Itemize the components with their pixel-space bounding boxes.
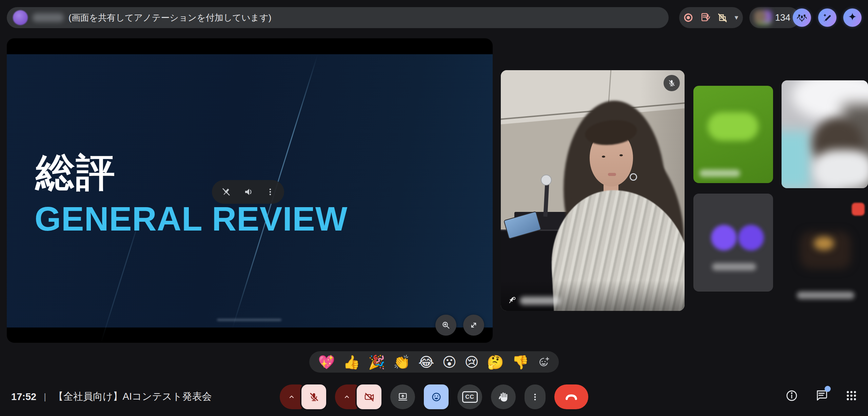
gemini-button[interactable] [843,8,862,27]
unpin-icon[interactable] [221,186,232,197]
activities-button[interactable] [844,389,859,403]
reaction-cry[interactable]: 😢 [465,355,479,369]
pen-sparkle-icon [822,12,833,23]
speaker-name-row [507,296,560,305]
reactions-button[interactable] [424,384,449,409]
mic-control-group [280,384,326,409]
tile-hover-controls [212,180,284,204]
blur-blob [782,131,810,188]
participant-name-blurred [699,170,740,177]
present-screen-icon [397,391,409,403]
participant-tile-red[interactable] [782,199,868,304]
blur-blob-mask [814,150,868,188]
mic-options-button[interactable] [280,384,303,409]
reaction-thumbs-up[interactable]: 👍 [343,355,360,369]
meet-app: { "colors": { "page_bg": "#131316", "pil… [0,0,868,416]
mic-off-icon [308,391,320,403]
camera-toggle-button[interactable] [357,384,381,409]
bottom-right-panel-buttons [785,389,859,403]
status-pill-expand-chevron-icon[interactable]: ▼ [733,15,739,21]
reaction-surprised[interactable]: 😮 [442,355,457,369]
share-banner-text: (画面を共有してアノテーションを付加しています) [68,12,271,24]
shared-screen-tile[interactable]: 総評 GENERAL REVIEW [7,38,493,343]
present-button[interactable] [390,384,415,409]
reaction-sparkling-heart[interactable]: 💖 [318,355,335,369]
magnifier-plus-icon [440,320,451,331]
reactions-bar: 💖 👍 🎉 👏 😂 😮 😢 🤔 👎 [309,351,559,373]
video-mic-head [541,175,552,185]
reaction-party[interactable]: 🎉 [368,355,385,369]
participants-count: 134 [775,13,790,23]
slide-title-japanese: 総評 [36,146,116,199]
speaker-name-blurred [520,297,560,305]
slide-footer-smudge [217,319,281,321]
expand-arrows-icon [468,320,479,331]
pinned-icon [507,296,516,305]
reaction-thinking[interactable]: 🤔 [487,355,504,369]
tile-bottom-gradient [501,280,685,311]
speaker-notes-button[interactable] [793,8,811,27]
reaction-clap[interactable]: 👏 [393,355,410,369]
participant-name-blurred [712,263,756,271]
presenter-name-blurred [33,13,64,22]
participant-tile-purple[interactable] [693,194,773,292]
participant-logo-blurred [708,112,758,141]
blur-blob [814,237,834,250]
mic-toggle-button[interactable] [301,384,326,409]
smiley-icon [430,391,442,403]
participant-name-blurred [797,292,854,299]
participants-pill[interactable]: 134 [749,7,800,28]
sparkle-icon [846,12,859,24]
captions-button[interactable]: CC [457,384,482,409]
clock-time: 17:52 [11,391,36,402]
people-voice-icon [796,12,808,23]
raise-hand-button[interactable] [491,384,516,409]
camera-off-icon [363,391,375,403]
chat-button[interactable] [814,389,829,403]
participant-status-badge [852,203,865,216]
person-eye-left [602,156,605,158]
camera-control-group [335,384,381,409]
reaction-thumbs-down[interactable]: 👎 [512,355,529,369]
participant-avatars-blurred [754,10,772,25]
slide-title-english: GENERAL REVIEW [35,199,348,238]
end-call-icon [564,390,579,404]
person-earring [630,173,637,181]
emoji-picker-icon[interactable] [537,356,550,369]
info-button[interactable] [785,389,799,403]
call-controls: CC [280,384,588,409]
participant-avatar-blurred [738,225,764,251]
mic-off-icon [667,79,676,87]
reaction-joy[interactable]: 😂 [418,355,434,369]
divider: | [44,392,46,402]
meeting-info: 17:52 | 【全社員向け】AIコンテスト発表会 [11,390,212,403]
person-eye-right [619,154,623,156]
tile-more-options-icon[interactable] [265,187,275,197]
participant-tile-person[interactable] [782,80,868,188]
recording-indicator-icon [683,12,694,23]
meeting-title: 【全社員向け】AIコンテスト発表会 [54,390,212,403]
more-options-icon [530,392,540,402]
more-options-button[interactable] [525,384,546,409]
chevron-up-icon [343,393,351,401]
volume-icon[interactable] [243,186,254,197]
expand-button[interactable] [463,315,484,336]
end-call-button[interactable] [554,384,588,409]
participant-tile-green[interactable] [693,86,773,183]
person-lips [608,173,616,176]
speaker-muted-badge [664,75,680,91]
transcript-indicator-icon [699,12,711,23]
speaker-video-tile[interactable] [501,70,685,311]
annotation-button[interactable] [818,8,836,27]
screen-share-banner: (画面を共有してアノテーションを付加しています) [7,7,669,28]
meeting-status-pill[interactable]: ▼ [679,7,743,28]
camera-options-button[interactable] [335,384,359,409]
chevron-up-icon [288,393,296,401]
raise-hand-icon [497,391,510,403]
companion-mode-off-icon [716,12,728,23]
zoom-in-button[interactable] [435,315,456,336]
chat-notification-dot [825,386,831,392]
captions-icon: CC [462,391,478,403]
participant-avatar-blurred [711,225,737,251]
presenter-avatar [13,10,28,25]
